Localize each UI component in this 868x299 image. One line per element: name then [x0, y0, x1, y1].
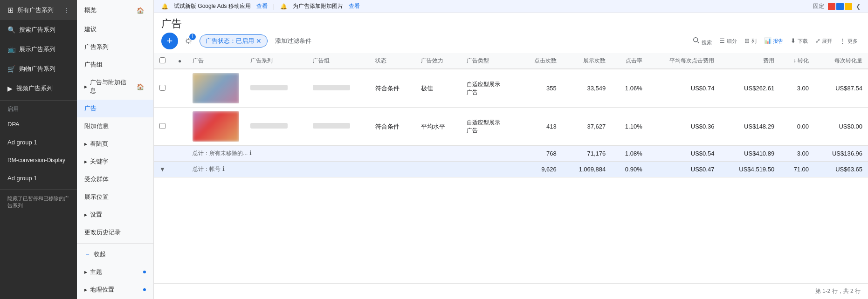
total-row: 总计：所有未移除的... ℹ 768 71,176 1.08%: [154, 146, 868, 162]
acct-total-impressions-value: 1,069,884: [579, 166, 606, 173]
th-adgroup[interactable]: 广告组: [307, 53, 370, 69]
nav-landing-triangle: ▶: [84, 142, 87, 146]
sidebar-label-shopping: 购物广告系列: [19, 65, 55, 73]
fixed-label: 固定: [813, 2, 824, 10]
toolbar-top: 广告: [154, 13, 868, 33]
total-clicks-value: 768: [546, 150, 557, 157]
th-impressions[interactable]: 展示次数: [562, 53, 611, 69]
total-cost-per-conversion-cell: US$136.96: [814, 146, 868, 162]
row2-adtype-value: 自适应型展示广告: [467, 119, 500, 134]
nav-history[interactable]: 更改历史记录: [77, 224, 153, 241]
banner-link2[interactable]: 查看: [349, 2, 360, 10]
total-cost-value: US$410.89: [744, 150, 774, 157]
nav-suggestions[interactable]: 建议: [77, 20, 153, 38]
filter-chip-close-icon[interactable]: ✕: [256, 37, 262, 45]
nav-theme-group[interactable]: ▶ 主题: [77, 263, 153, 281]
row2-clicks-cell: 413: [519, 108, 562, 146]
download-icon: ⬇: [791, 37, 796, 44]
row2-campaign-cell: [245, 108, 307, 146]
columns-action-button[interactable]: ⊞ 列: [742, 34, 759, 48]
nav-ad-extra-group[interactable]: ▶ 广告与附加信息 🏠: [77, 74, 153, 100]
nav-landing-group[interactable]: ▶ 着陆页: [77, 135, 153, 153]
row1-checkbox[interactable]: [159, 85, 165, 91]
banner-close-icon[interactable]: ❮: [856, 3, 861, 10]
th-clicks[interactable]: 点击次数: [519, 53, 562, 69]
search-action-button[interactable]: 搜索: [689, 33, 715, 49]
row2-ad-preview[interactable]: [193, 111, 239, 142]
sidebar-item-adgroup1b[interactable]: Ad group 1: [0, 169, 77, 187]
expand-label: 展开: [822, 38, 832, 44]
th-cost[interactable]: 费用: [720, 53, 780, 69]
banner-link1[interactable]: 查看: [256, 2, 268, 10]
banner-bell-icon: 🔔: [161, 3, 168, 10]
nav-geo-group[interactable]: ▶ 地理位置: [77, 281, 153, 299]
add-filter-button[interactable]: 添加过滤条件: [271, 35, 315, 47]
row2-cost-per-conversion-cell: US$0.00: [814, 108, 868, 146]
sidebar-label-video: 视频广告系列: [16, 84, 53, 93]
th-ctr[interactable]: 点击率: [611, 53, 648, 69]
expand-action-button[interactable]: ⤢ 展开: [813, 34, 835, 48]
select-all-checkbox[interactable]: [159, 57, 165, 63]
nav-campaigns[interactable]: 广告系列: [77, 38, 153, 56]
acct-total-info-icon[interactable]: ℹ: [222, 165, 225, 172]
nav-home-icon[interactable]: 🏠: [135, 5, 146, 16]
th-cost-label: 费用: [763, 57, 774, 64]
th-conversions[interactable]: ↓ 转化: [780, 53, 814, 69]
sidebar-item-shopping[interactable]: 🛒 购物广告系列: [0, 59, 77, 79]
row1-ad-preview[interactable]: [193, 73, 239, 103]
filter-chip-status[interactable]: 广告状态：已启用 ✕: [200, 34, 268, 48]
acct-total-clicks-cell: 9,626: [519, 162, 562, 177]
color-swatch-yellow: [845, 3, 852, 10]
sidebar-hidden-label[interactable]: 隐藏了已暂停和已移除的广告系列: [0, 191, 77, 213]
page-title: 广告: [161, 17, 182, 31]
th-ad[interactable]: 广告: [187, 53, 245, 69]
acct-total-conversions-value: 71.00: [794, 166, 809, 173]
sidebar-item-dpa[interactable]: DPA: [0, 115, 77, 133]
th-effectiveness[interactable]: 广告效力: [415, 53, 461, 69]
row1-clicks-cell: 355: [519, 69, 562, 108]
download-action-button[interactable]: ⬇ 下载: [788, 34, 811, 48]
banner-text2: 为广告添加附加图片: [293, 2, 343, 10]
sidebar-item-display[interactable]: 📺 展示广告系列: [0, 40, 77, 59]
th-avg-cpc[interactable]: 平均每次点击费用: [648, 53, 720, 69]
sidebar-item-rm[interactable]: RM-conversion-Display: [0, 151, 77, 169]
row1-adtype-cell: 自适应型展示广告: [461, 69, 519, 108]
sidebar-item-video[interactable]: ▶ 视频广告系列: [0, 79, 77, 98]
sidebar-item-adgroup1[interactable]: Ad group 1: [0, 133, 77, 151]
sidebar-item-search[interactable]: 🔍 搜索广告系列: [0, 20, 77, 40]
banner-sep: |: [273, 3, 275, 10]
add-button[interactable]: +: [161, 33, 178, 49]
acct-total-cost-cell: US$4,519.50: [720, 162, 780, 177]
sidebar-item-all-campaigns[interactable]: ⊞ 所有广告系列 ⋮: [0, 0, 77, 20]
th-adtype[interactable]: 广告类型: [461, 53, 519, 69]
add-plus-icon: +: [167, 35, 173, 47]
row2-cost-value: US$148.29: [744, 123, 774, 130]
row2-ad-image: [193, 111, 239, 142]
nav-adgroup[interactable]: 广告组: [77, 56, 153, 74]
total-info-icon[interactable]: ℹ: [249, 150, 252, 156]
sidebar-more-icon[interactable]: ⋮: [63, 7, 69, 14]
th-cost-per-conversion[interactable]: 每次转化量: [814, 53, 868, 69]
main-content: 🔔 试试新版 Google Ads 移动应用 查看 | 🔔 为广告添加附加图片 …: [154, 0, 868, 299]
nav-ads[interactable]: 广告: [77, 100, 153, 117]
th-campaign[interactable]: 广告系列: [245, 53, 307, 69]
nav-summary-group[interactable]: － 收起: [77, 245, 153, 263]
nav-overview[interactable]: 概览: [84, 6, 135, 14]
collapse-button[interactable]: ▼: [159, 166, 165, 173]
nav-keywords-group[interactable]: ▶ 关键字: [77, 153, 153, 170]
filter-button[interactable]: ⛭ 1: [182, 34, 196, 49]
nav-audience[interactable]: 受众群体: [77, 170, 153, 188]
segment-action-button[interactable]: ☰ 细分: [716, 34, 740, 48]
th-status[interactable]: 状态: [370, 53, 415, 69]
row2-avg-cpc-cell: US$0.36: [648, 108, 720, 146]
row2-checkbox[interactable]: [159, 123, 165, 129]
nav-extra-info[interactable]: 附加信息: [77, 117, 153, 135]
report-icon: 📊: [764, 37, 772, 44]
report-action-button[interactable]: 📊 报告: [761, 34, 786, 48]
nav-settings-group[interactable]: ▶ 设置: [77, 206, 153, 224]
color-swatch-red: [828, 3, 835, 10]
nav-ad-extra-home-icon[interactable]: 🏠: [135, 81, 146, 92]
nav-display-location[interactable]: 展示位置: [77, 188, 153, 206]
total-avg-cpc-value: US$0.54: [691, 150, 715, 157]
more-action-button[interactable]: ⋮ 更多: [837, 34, 861, 48]
